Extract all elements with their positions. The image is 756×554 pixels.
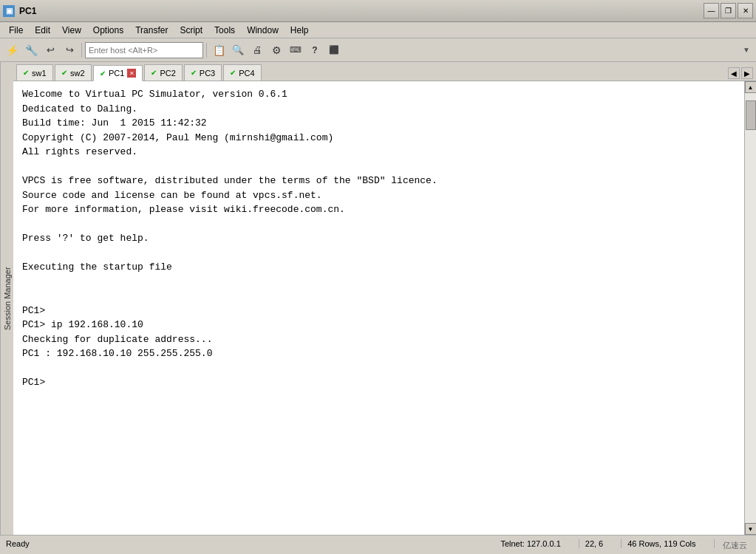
tab-PC1-close[interactable]: ✕ xyxy=(127,69,136,78)
status-position: 22, 6 xyxy=(579,539,609,548)
menu-script[interactable]: Script xyxy=(174,24,208,37)
tab-PC4-label: PC4 xyxy=(239,69,254,78)
watermark-text: 亿速云 xyxy=(723,541,747,550)
tab-sw1-check: ✔ xyxy=(23,69,29,77)
tab-PC3[interactable]: ✔ PC3 xyxy=(184,64,222,81)
status-ready: Ready xyxy=(6,539,30,548)
tab-nav: ◀ ▶ xyxy=(728,67,753,81)
tab-PC1[interactable]: ✔ PC1 ✕ xyxy=(93,65,143,81)
toolbar-sep-2 xyxy=(206,43,207,58)
toolbar-btn-screen[interactable]: ⬛ xyxy=(325,41,343,59)
tab-nav-left[interactable]: ◀ xyxy=(728,67,740,79)
restore-button[interactable]: ❐ xyxy=(721,3,736,18)
main-area: Session Manager ✔ sw1 ✔ sw2 ✔ PC1 ✕ ✔ xyxy=(0,62,756,535)
menu-bar: File Edit View Options Transfer Script T… xyxy=(0,22,756,38)
toolbar-btn-print[interactable]: 🖨 xyxy=(248,41,266,59)
status-bar: Ready Telnet: 127.0.0.1 22, 6 46 Rows, 1… xyxy=(0,535,756,551)
tab-sw1[interactable]: ✔ sw1 xyxy=(16,64,53,81)
scroll-down-btn[interactable]: ▼ xyxy=(745,523,757,535)
tab-PC3-check: ✔ xyxy=(191,69,197,77)
toolbar-btn-search[interactable]: 🔍 xyxy=(229,41,247,59)
toolbar-btn-copy[interactable]: 📋 xyxy=(210,41,228,59)
tab-sw2[interactable]: ✔ sw2 xyxy=(55,64,92,81)
tab-PC2-check: ✔ xyxy=(151,69,157,77)
menu-window[interactable]: Window xyxy=(241,24,285,37)
status-telnet-address: Telnet: 127.0.0.1 xyxy=(494,539,566,548)
toolbar-btn-settings[interactable]: ⚙ xyxy=(268,41,285,59)
terminal-container: ✔ sw1 ✔ sw2 ✔ PC1 ✕ ✔ PC2 ✔ PC3 xyxy=(13,62,756,535)
menu-view[interactable]: View xyxy=(56,24,87,37)
watermark: 亿速云 xyxy=(720,540,750,551)
tab-nav-right[interactable]: ▶ xyxy=(741,67,753,79)
tab-PC1-label: PC1 xyxy=(109,69,124,78)
tab-PC2-label: PC2 xyxy=(160,69,175,78)
status-telnet: Telnet: 127.0.0.1 22, 6 46 Rows, 119 Col… xyxy=(494,539,750,548)
session-panel-label: Session Manager xyxy=(3,267,12,330)
menu-file[interactable]: File xyxy=(3,24,29,37)
title-bar: ▣ PC1 — ❐ ✕ xyxy=(0,0,756,22)
toolbar-btn-help[interactable]: ? xyxy=(306,41,324,59)
menu-transfer[interactable]: Transfer xyxy=(129,24,174,37)
tab-PC4[interactable]: ✔ PC4 xyxy=(223,64,261,81)
menu-help[interactable]: Help xyxy=(285,24,315,37)
toolbar-btn-lightning[interactable]: ⚡ xyxy=(3,41,21,59)
title-text: PC1 xyxy=(19,6,704,16)
tab-bar: ✔ sw1 ✔ sw2 ✔ PC1 ✕ ✔ PC2 ✔ PC3 xyxy=(13,62,756,81)
menu-tools[interactable]: Tools xyxy=(208,24,241,37)
toolbar-sep-1 xyxy=(81,43,82,58)
tab-PC3-label: PC3 xyxy=(200,69,215,78)
tab-PC2[interactable]: ✔ PC2 xyxy=(144,64,182,81)
toolbar-overflow-btn[interactable]: ▼ xyxy=(740,44,753,57)
tab-sw2-label: sw2 xyxy=(70,69,85,78)
tab-PC1-check: ✔ xyxy=(100,69,106,78)
tab-sw1-label: sw1 xyxy=(32,69,47,78)
terminal-screen[interactable]: Welcome to Virtual PC Simulator, version… xyxy=(13,81,756,535)
title-icon-label: ▣ xyxy=(6,7,13,15)
close-button[interactable]: ✕ xyxy=(738,3,753,18)
toolbar-btn-wrench[interactable]: 🔧 xyxy=(22,41,40,59)
terminal-output[interactable]: Welcome to Virtual PC Simulator, version… xyxy=(13,81,744,535)
menu-edit[interactable]: Edit xyxy=(29,24,56,37)
session-panel[interactable]: Session Manager xyxy=(0,62,13,535)
status-size: 46 Rows, 119 Cols xyxy=(621,539,701,548)
toolbar-btn-back[interactable]: ↩ xyxy=(41,41,59,59)
minimize-button[interactable]: — xyxy=(704,3,719,18)
menu-options[interactable]: Options xyxy=(87,24,129,37)
toolbar: ⚡ 🔧 ↩ ↪ 📋 🔍 🖨 ⚙ ⌨ ? ⬛ ▼ xyxy=(0,38,756,62)
toolbar-btn-forward[interactable]: ↪ xyxy=(61,41,78,59)
tab-sw2-check: ✔ xyxy=(61,69,67,77)
scroll-up-btn[interactable]: ▲ xyxy=(745,81,757,93)
title-icon: ▣ xyxy=(3,5,15,17)
host-input[interactable] xyxy=(85,42,203,58)
terminal-scrollbar: ▲ ▼ xyxy=(744,81,756,535)
tab-PC4-check: ✔ xyxy=(230,69,236,77)
scrollbar-thumb[interactable] xyxy=(746,100,756,130)
toolbar-btn-key[interactable]: ⌨ xyxy=(287,41,304,59)
scrollbar-track[interactable] xyxy=(746,93,756,523)
window-controls: — ❐ ✕ xyxy=(704,3,753,18)
